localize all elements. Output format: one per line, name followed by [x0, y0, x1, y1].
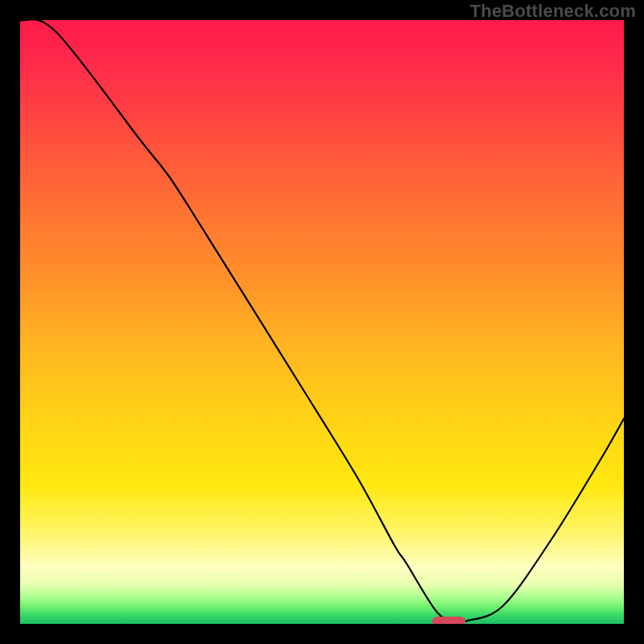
chart-svg: [20, 20, 624, 624]
plot-area: [20, 20, 624, 624]
chart-frame: TheBottleneck.com: [0, 0, 644, 644]
optimal-marker: [432, 617, 465, 624]
gradient-background: [20, 20, 624, 624]
watermark-text: TheBottleneck.com: [470, 1, 636, 22]
